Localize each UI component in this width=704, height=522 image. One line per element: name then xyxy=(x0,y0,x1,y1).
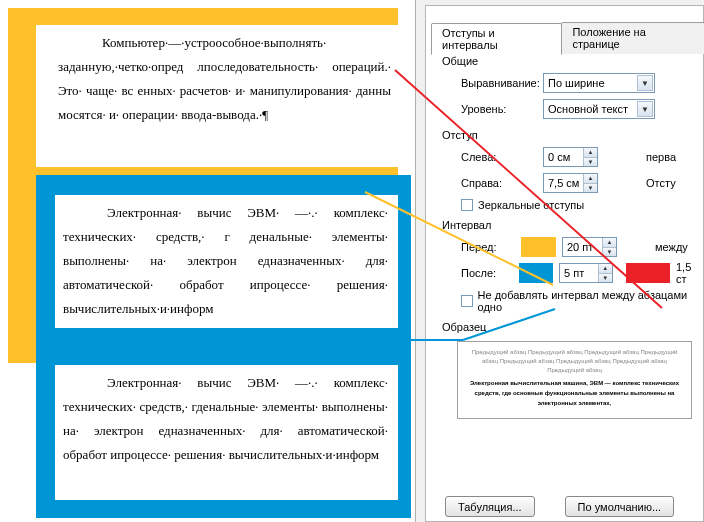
noadd-checkbox-row[interactable]: Не добавлять интервал между абзацами одн… xyxy=(461,289,704,313)
preview-box: Предыдущий абзац Предыдущий абзац Предыд… xyxy=(457,341,692,419)
preview-grey: Предыдущий абзац Предыдущий абзац Предыд… xyxy=(468,348,681,375)
checkbox-icon xyxy=(461,199,473,211)
down-icon[interactable]: ▼ xyxy=(583,184,597,193)
paragraph-2-box: Электронная· вычис ЭВМ· —·.· комплекс· т… xyxy=(55,195,398,328)
chevron-down-icon: ▼ xyxy=(637,101,653,117)
level-value: Основной текст xyxy=(548,103,628,115)
paragraph-3-text[interactable]: Электронная· вычис ЭВМ· —·.· комплекс· т… xyxy=(63,371,388,467)
after-spinner[interactable]: 5 пт ▲▼ xyxy=(559,263,613,283)
left-spinner[interactable]: 0 см ▲▼ xyxy=(543,147,598,167)
chevron-down-icon: ▼ xyxy=(637,75,653,91)
before-spinner[interactable]: 20 пт ▲▼ xyxy=(562,237,617,257)
val15-label: 1,5 ст xyxy=(676,261,704,285)
tab-indents[interactable]: Отступы и интервалы xyxy=(431,23,562,55)
tab-content: Общие Выравнивание: По ширине ▼ Уровень:… xyxy=(431,40,704,522)
before-label: Перед: xyxy=(461,241,521,253)
down-icon[interactable]: ▼ xyxy=(598,274,612,283)
firstline-label: перва xyxy=(646,151,676,163)
paragraph-2-text[interactable]: Электронная· вычис ЭВМ· —·.· комплекс· т… xyxy=(63,201,388,321)
up-icon[interactable]: ▲ xyxy=(598,264,612,274)
alignment-label: Выравнивание: xyxy=(461,77,543,89)
level-label: Уровень: xyxy=(461,103,543,115)
noadd-label: Не добавлять интервал между абзацами одн… xyxy=(478,289,704,313)
alignment-value: По ширине xyxy=(548,77,605,89)
left-value: 0 см xyxy=(548,151,570,163)
dialog-tabs: Отступы и интервалы Положение на страниц… xyxy=(431,22,704,54)
group-spacing: Интервал xyxy=(442,219,704,231)
level-combo[interactable]: Основной текст ▼ xyxy=(543,99,655,119)
up-icon[interactable]: ▲ xyxy=(583,174,597,184)
default-button[interactable]: По умолчанию... xyxy=(565,496,675,517)
tabs-button[interactable]: Табуляция... xyxy=(445,496,535,517)
left-label: Слева: xyxy=(461,151,543,163)
up-icon[interactable]: ▲ xyxy=(602,238,616,248)
up-icon[interactable]: ▲ xyxy=(583,148,597,158)
tab-position[interactable]: Положение на странице xyxy=(561,22,704,54)
group-sample: Образец xyxy=(442,321,704,333)
group-general: Общие xyxy=(442,55,704,67)
down-icon[interactable]: ▼ xyxy=(602,248,616,257)
document-area: Компьютер·—·устроособное·выполнять· зада… xyxy=(0,0,415,522)
checkbox-icon xyxy=(461,295,473,307)
hanging-label: Отсту xyxy=(646,177,676,189)
after-value: 5 пт xyxy=(564,267,584,279)
paragraph-1-text[interactable]: Компьютер·—·устроособное·выполнять· зада… xyxy=(58,31,391,127)
before-value: 20 пт xyxy=(567,241,593,253)
right-spinner[interactable]: 7,5 см ▲▼ xyxy=(543,173,598,193)
linespacing-swatch xyxy=(626,263,670,283)
mirror-label: Зеркальные отступы xyxy=(478,199,584,211)
right-label: Справа: xyxy=(461,177,543,189)
mirror-checkbox-row[interactable]: Зеркальные отступы xyxy=(461,199,704,211)
before-swatch xyxy=(521,237,556,257)
after-label: После: xyxy=(461,267,519,279)
paragraph-dialog: Отступы и интервалы Положение на страниц… xyxy=(415,0,704,522)
after-swatch xyxy=(519,263,553,283)
down-icon[interactable]: ▼ xyxy=(583,158,597,167)
group-indent: Отступ xyxy=(442,129,704,141)
preview-main: Электронная вычислительная машина, ЭВМ —… xyxy=(468,378,681,408)
paragraph-3-box: Электронная· вычис ЭВМ· —·.· комплекс· т… xyxy=(55,365,398,500)
right-value: 7,5 см xyxy=(548,177,579,189)
alignment-combo[interactable]: По ширине ▼ xyxy=(543,73,655,93)
paragraph-1-box: Компьютер·—·устроособное·выполнять· зада… xyxy=(36,25,401,167)
between-label: между xyxy=(655,241,688,253)
